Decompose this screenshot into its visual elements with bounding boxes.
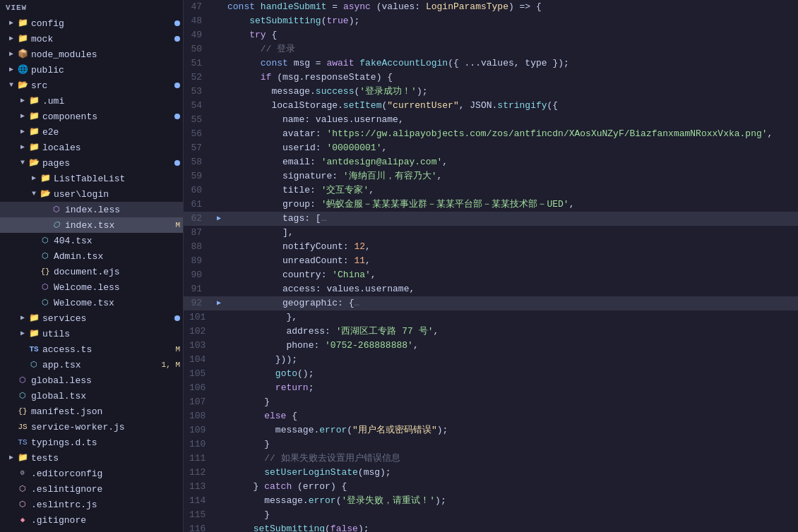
line-arrow-106 — [217, 381, 228, 395]
line-arrow-110 — [217, 437, 228, 452]
line-number-58: 58 — [184, 155, 213, 169]
label-gitignore: .gitignore — [31, 515, 180, 526]
label-404-tsx: 404.tsx — [54, 236, 180, 246]
arrow-gitignore — [6, 514, 17, 526]
arrow-app-tsx — [17, 359, 28, 370]
sidebar-item-mock[interactable]: ▶ 📁 mock — [0, 31, 183, 47]
sidebar-item-eslintignore[interactable]: ⬡ .eslintignore — [0, 481, 183, 497]
sidebar-item-admin-tsx[interactable]: ⬡ Admin.tsx — [0, 248, 183, 264]
code-line-114: 114 message.error('登录失败，请重试！'); — [184, 494, 798, 508]
line-number-91: 91 — [184, 282, 213, 296]
line-number-61: 61 — [184, 198, 213, 212]
line-arrow-62[interactable]: ▶ — [213, 212, 225, 226]
code-line-47: 47 const handleSubmit = async (values: L… — [184, 0, 798, 14]
arrow-node-modules: ▶ — [6, 49, 17, 60]
sidebar-item-tests[interactable]: ▶ 📁 tests — [0, 450, 183, 466]
sidebar-item-global-tsx[interactable]: ⬡ global.tsx — [0, 388, 183, 404]
line-number-108: 108 — [184, 409, 217, 423]
sidebar-item-editorconfig[interactable]: ⚙ .editorconfig — [0, 466, 183, 481]
view-header: VIEW — [0, 0, 183, 16]
sidebar-item-typings-d-ts[interactable]: TS typings.d.ts — [0, 435, 183, 450]
sidebar-item-index-less[interactable]: ⬡ index.less — [0, 202, 183, 217]
sidebar-item-welcome-tsx[interactable]: ⬡ Welcome.tsx — [0, 295, 183, 310]
sidebar-item-404-tsx[interactable]: ⬡ 404.tsx — [0, 233, 183, 248]
file-icon-manifest-json: {} — [17, 406, 28, 417]
arrow-services: ▶ — [17, 313, 28, 324]
code-line-112: 112 setUserLoginState(msg); — [184, 466, 798, 480]
sidebar-item-welcome-less[interactable]: ⬡ Welcome.less — [0, 279, 183, 295]
code-line-48: 48 setSubmitting(true); — [184, 14, 798, 28]
sidebar-item-eslintrc-js[interactable]: ⬡ .eslintrc.js — [0, 497, 183, 512]
line-number-60: 60 — [184, 183, 213, 198]
arrow-utils: ▶ — [17, 328, 28, 339]
line-arrow-50 — [213, 42, 225, 56]
line-content-92: geographic: {… — [225, 296, 798, 310]
sidebar-item-index-tsx[interactable]: ⬡ index.tsx M — [0, 217, 183, 233]
sidebar-item-app-tsx[interactable]: ⬡ app.tsx 1, M — [0, 357, 183, 373]
line-content-49: try { — [225, 28, 798, 42]
sidebar-item-umi[interactable]: ▶ 📁 .umi — [0, 93, 183, 109]
code-line-89: 89 unreadCount: 11, — [184, 254, 798, 268]
sidebar-item-public[interactable]: ▶ 🌐 public — [0, 62, 183, 78]
arrow-admin-tsx — [28, 250, 40, 262]
sidebar-item-document-ejs[interactable]: {} document.ejs — [0, 264, 183, 279]
label-node-modules: node_modules — [31, 49, 180, 60]
sidebar-item-node-modules[interactable]: ▶ 📦 node_modules — [0, 47, 183, 62]
line-content-108: else { — [228, 409, 798, 423]
line-arrow-51 — [213, 56, 225, 71]
folder-icon-utils: 📁 — [28, 328, 40, 339]
line-number-107: 107 — [184, 395, 217, 409]
sidebar-item-locales[interactable]: ▶ 📁 locales — [0, 140, 183, 155]
code-line-102: 102 address: '西湖区工专路 77 号', — [184, 325, 798, 339]
line-arrow-57 — [213, 141, 225, 155]
sidebar-item-global-less[interactable]: ⬡ global.less — [0, 373, 183, 388]
line-arrow-107 — [217, 395, 228, 409]
sidebar-item-access-ts[interactable]: TS access.ts M — [0, 341, 183, 357]
line-content-89: unreadCount: 11, — [225, 254, 798, 268]
line-number-51: 51 — [184, 56, 213, 71]
line-arrow-56 — [213, 127, 225, 141]
code-line-56: 56 avatar: 'https://gw.alipayobjects.com… — [184, 127, 798, 141]
sidebar-item-gitignore[interactable]: ◆ .gitignore — [0, 512, 183, 528]
line-number-47: 47 — [184, 0, 213, 14]
sidebar-item-manifest-json[interactable]: {} manifest.json — [0, 404, 183, 419]
sidebar-item-components[interactable]: ▶ 📁 components — [0, 109, 183, 124]
line-number-101: 101 — [184, 310, 217, 325]
line-content-115: } — [228, 508, 798, 522]
line-content-91: access: values.username, — [225, 282, 798, 296]
sidebar-item-services[interactable]: ▶ 📁 services — [0, 310, 183, 326]
sidebar-item-src[interactable]: ▼ 📂 src — [0, 78, 183, 93]
badge-index-tsx: M — [175, 221, 180, 229]
line-arrow-114 — [217, 494, 228, 508]
line-content-61: group: '蚂蚁金服－某某某事业群－某某平台部－某某技术部－UED', — [225, 198, 798, 212]
folder-icon-public: 🌐 — [17, 64, 28, 75]
code-line-116: 116 setSubmitting(false); — [184, 522, 798, 532]
arrow-global-less — [6, 375, 17, 386]
line-arrow-88 — [213, 240, 225, 254]
file-icon-welcome-less: ⬡ — [40, 282, 51, 293]
arrow-welcome-less — [28, 282, 40, 293]
sidebar-item-pages[interactable]: ▼ 📂 pages — [0, 155, 183, 171]
code-line-101: 101 }, — [184, 310, 798, 325]
sidebar-item-e2e[interactable]: ▶ 📁 e2e — [0, 124, 183, 140]
line-arrow-92[interactable]: ▶ — [213, 296, 225, 310]
line-number-102: 102 — [184, 325, 217, 339]
label-editorconfig: .editorconfig — [31, 468, 180, 479]
line-arrow-91 — [213, 282, 225, 296]
line-content-113: } catch (error) { — [228, 480, 798, 494]
line-number-54: 54 — [184, 99, 213, 113]
view-label: VIEW — [6, 4, 27, 12]
line-number-59: 59 — [184, 169, 213, 183]
folder-icon-mock: 📁 — [17, 33, 28, 44]
label-services: services — [42, 313, 172, 324]
sidebar-item-utils[interactable]: ▶ 📁 utils — [0, 326, 183, 341]
sidebar-item-user-login[interactable]: ▼ 📂 user\login — [0, 186, 183, 202]
line-arrow-90 — [213, 268, 225, 282]
line-arrow-109 — [217, 423, 228, 437]
file-explorer[interactable]: VIEW ▶ 📁 config ▶ 📁 mock ▶ 📦 node_module… — [0, 0, 184, 532]
line-content-58: email: 'antdesign@alipay.com', — [225, 155, 798, 169]
sidebar-item-list-table-list[interactable]: ▶ 📁 ListTableList — [0, 171, 183, 186]
sidebar-item-config[interactable]: ▶ 📁 config — [0, 16, 183, 31]
sidebar-item-service-worker-js[interactable]: JS service-worker.js — [0, 419, 183, 435]
label-eslintignore: .eslintignore — [31, 484, 180, 495]
